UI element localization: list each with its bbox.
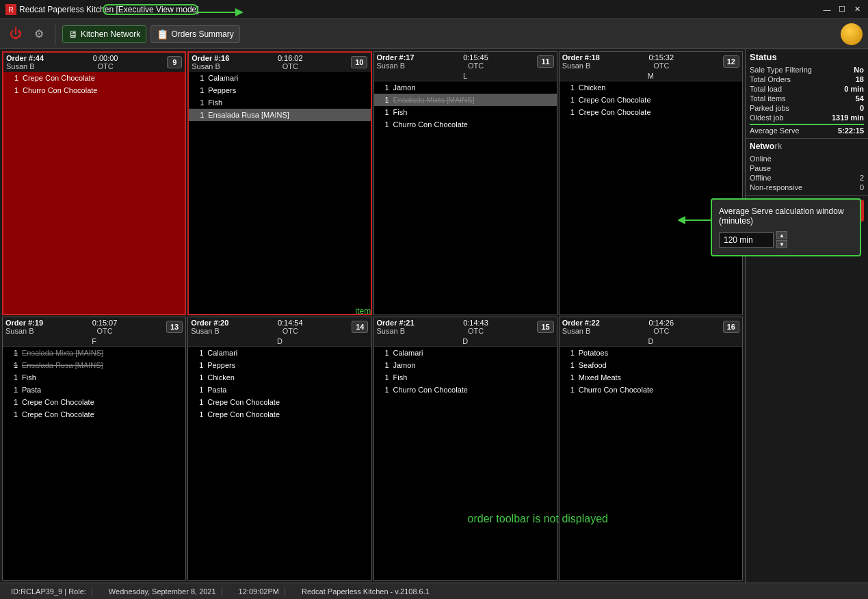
avg-serve-spinner[interactable]: ▲ ▼ xyxy=(776,231,787,248)
statusbar-date: Wednesday, September 8, 2021 xyxy=(103,587,222,596)
order-item-selected: 1 Ensalada Rusa [MAINS] xyxy=(189,109,370,121)
avg-serve-field[interactable] xyxy=(719,232,774,248)
avg-serve-popup: Average Serve calculation window (minute… xyxy=(711,198,861,256)
status-row-total-orders: Total Orders 18 xyxy=(750,75,864,84)
order-card-18[interactable]: Order #:18 Susan B 0:15:32 OTC 12 M 1 Ch… xyxy=(559,51,743,315)
gear-icon: ⚙ xyxy=(34,27,44,40)
maximize-button[interactable]: ☐ xyxy=(837,4,847,15)
order-item: 1 Jamon xyxy=(374,81,557,94)
order-time-16: 0:16:02 xyxy=(278,54,303,62)
order-badge-44: 9 xyxy=(167,56,182,68)
order-header-21: Order #:21 Susan B 0:14:43 OTC 15 xyxy=(374,317,557,336)
network-section: Network Online Pause Offline 2 Non-respo… xyxy=(746,139,868,195)
order-item: 1 Crepe Con Chocolate xyxy=(560,106,742,118)
order-time-22: 0:14:26 xyxy=(648,319,674,327)
spinner-down[interactable]: ▼ xyxy=(776,240,787,248)
minimize-button[interactable]: — xyxy=(821,4,832,15)
order-name-16: Susan B xyxy=(192,62,229,70)
statusbar-version: Redcat Paperless Kitchen - v.2108.6.1 xyxy=(296,587,435,596)
status-indicator xyxy=(841,23,863,45)
order-item-struck: 1 Ensalada Mixta [MAINS] xyxy=(3,347,185,359)
power-button[interactable]: ⏻ xyxy=(5,25,26,42)
order-card-17[interactable]: Order #:17 Susan B 0:15:45 OTC 11 L 1 Ja… xyxy=(373,51,557,315)
order-name-18: Susan B xyxy=(562,62,600,70)
section-header-18: M xyxy=(560,71,742,81)
order-card-20[interactable]: Order #:20 Susan B 0:14:54 OTC 14 D 1 Ca… xyxy=(187,317,371,581)
title-bar-text: Redcat Paperless Kitchen [Executive View… xyxy=(19,5,821,14)
main-area: Order #:44 Susan B 0:00:00 OTC 9 1 Crepe… xyxy=(0,49,868,583)
window-controls[interactable]: — ☐ ✕ xyxy=(821,4,863,15)
order-number-19: Order #:19 xyxy=(5,319,43,327)
spinner-up[interactable]: ▲ xyxy=(776,231,787,239)
kitchen-network-button[interactable]: 🖥 Kitchen Network xyxy=(62,25,146,43)
order-name-19: Susan B xyxy=(5,327,43,335)
order-name-20: Susan B xyxy=(191,327,228,335)
order-body-22: D 1 Potatoes 1 Seafood 1 Mixed Meats 1 C… xyxy=(560,336,742,580)
order-body-44: 1 Crepe Con Chocolate 1 Churro Con Choco… xyxy=(3,72,185,314)
order-name-22: Susan B xyxy=(562,327,600,335)
order-badge-22: 16 xyxy=(723,321,739,333)
section-header-17: L xyxy=(374,71,557,81)
order-time-20: 0:14:54 xyxy=(278,319,303,327)
order-badge-20: 14 xyxy=(352,321,368,333)
order-time-19: 0:15:07 xyxy=(92,319,118,327)
close-button[interactable]: ✕ xyxy=(852,4,863,15)
order-item: 1 Potatoes xyxy=(560,347,742,359)
kitchen-network-label: Kitchen Network xyxy=(81,29,140,39)
order-item: 1 Chicken xyxy=(188,371,371,384)
order-type-20: OTC xyxy=(282,327,298,335)
order-card-19[interactable]: Order #:19 Susan B 0:15:07 OTC 13 F 1 En… xyxy=(2,317,186,581)
statusbar-id: ID:RCLAP39_9 | Role: xyxy=(5,587,92,596)
title-bar: R Redcat Paperless Kitchen [Executive Vi… xyxy=(0,0,868,19)
order-item: 1 Fish xyxy=(189,96,370,109)
avg-serve-input[interactable]: ▲ ▼ xyxy=(719,231,853,248)
status-section: Status Sale Type Filtering No Total Orde… xyxy=(746,49,868,139)
strikethrough-annotation: items with strikethrough show the Role w… xyxy=(354,271,370,314)
order-item: 1 Crepe Con Chocolate xyxy=(188,396,371,408)
order-number-22: Order #:22 xyxy=(562,319,600,327)
settings-button[interactable]: ⚙ xyxy=(30,26,48,42)
order-item: 1 Peppers xyxy=(189,84,370,96)
order-item: 1 Calamari xyxy=(374,347,557,359)
orders-grid: Order #:44 Susan B 0:00:00 OTC 9 1 Crepe… xyxy=(0,49,745,583)
section-header-21: D xyxy=(374,336,557,347)
order-header-20: Order #:20 Susan B 0:14:54 OTC 14 xyxy=(188,317,371,336)
network-row-nonresponsive: Non-responsive 0 xyxy=(750,183,864,192)
order-number-17: Order #:17 xyxy=(377,53,415,62)
order-badge-18: 12 xyxy=(723,55,739,68)
order-item: 1 Calamari xyxy=(189,72,370,84)
order-card-44[interactable]: Order #:44 Susan B 0:00:00 OTC 9 1 Crepe… xyxy=(2,51,186,315)
order-type-19: OTC xyxy=(96,327,112,335)
order-item: 1 Pasta xyxy=(188,384,371,396)
order-item: 1 Fish xyxy=(3,371,185,384)
orders-summary-button[interactable]: 📋 Orders Summary xyxy=(150,25,239,43)
section-header-20: D xyxy=(188,336,371,347)
network-row-paused: Pause xyxy=(750,163,864,173)
order-type-22: OTC xyxy=(653,327,669,335)
order-header-44: Order #:44 Susan B 0:00:00 OTC 9 xyxy=(3,53,185,72)
power-icon: ⏻ xyxy=(10,27,22,41)
order-item: 1 Pasta xyxy=(3,384,185,396)
order-body-17: L 1 Jamon 1 Ensalada Mixta [MAINS] 1 Fis… xyxy=(374,71,557,315)
avg-serve-title: Average Serve calculation window (minute… xyxy=(719,207,853,226)
order-item: 1 Crepe Con Chocolate xyxy=(3,72,185,84)
order-type-16: OTC xyxy=(282,62,298,70)
network-title: Network xyxy=(750,142,864,151)
order-badge-16: 10 xyxy=(351,56,367,68)
order-item: 1 Crepe Con Chocolate xyxy=(3,408,185,421)
statusbar-time: 12:09:02PM xyxy=(233,587,285,596)
order-card-21[interactable]: Order #:21 Susan B 0:14:43 OTC 15 D 1 Ca… xyxy=(373,317,557,581)
order-card-22[interactable]: Order #:22 Susan B 0:14:26 OTC 16 D 1 Po… xyxy=(559,317,743,581)
order-item-struck: 1 Ensalada Mixta [MAINS] xyxy=(374,94,557,106)
order-item: 1 Fish xyxy=(374,371,557,384)
order-card-16[interactable]: Order #:16 Susan B 0:16:02 OTC 10 1 Cala… xyxy=(187,51,371,315)
order-item: 1 Churro Con Chocolate xyxy=(374,118,557,131)
order-type-17: OTC xyxy=(468,62,484,70)
statusbar: ID:RCLAP39_9 | Role: Wednesday, Septembe… xyxy=(0,583,868,599)
app-title: Redcat Paperless Kitchen xyxy=(19,5,114,14)
order-header-18: Order #:18 Susan B 0:15:32 OTC 12 xyxy=(560,52,742,71)
order-item: 1 Fish xyxy=(374,106,557,118)
order-type-44: OTC xyxy=(98,62,114,70)
status-row-avg-serve: Average Serve 5:22:15 xyxy=(750,124,864,135)
order-item-struck: 1 Ensalada Rusa [MAINS] xyxy=(3,359,185,371)
